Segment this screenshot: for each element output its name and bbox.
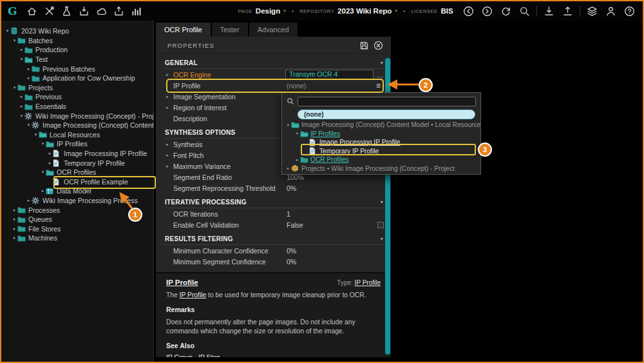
tree-item-image-processing-ip-profile[interactable]: ▸Image Processing IP Profile	[1, 149, 153, 159]
layers-icon[interactable]	[585, 5, 599, 18]
tree-item-test[interactable]: ▾Test	[1, 55, 153, 64]
tree-item-projects[interactable]: ▾Projects	[1, 83, 153, 93]
tree-item-temporary-ip-profile[interactable]: ▸Temporary IP Profile	[1, 158, 153, 168]
expander-collapsed-icon[interactable]: ▸	[166, 105, 173, 110]
expander-collapsed-icon[interactable]: ▸	[47, 151, 53, 156]
checkbox[interactable]	[377, 222, 384, 228]
tab-advanced[interactable]: Advanced	[249, 23, 298, 37]
expander-collapsed-icon[interactable]: ▸	[166, 142, 173, 147]
expander-collapsed-icon[interactable]: ▸	[12, 217, 17, 222]
property-row-ocr-iterations[interactable]: OCR Iterations1	[156, 208, 391, 219]
expander-expanded-icon[interactable]: ▾	[19, 57, 24, 62]
property-row-ip-profile[interactable]: IP Profile(none)≡	[156, 80, 391, 91]
dropdown-item-ocr-profiles[interactable]: ▸OCR Profiles	[282, 155, 480, 164]
section-header-general[interactable]: GENERAL▾	[164, 59, 384, 69]
close-icon[interactable]	[374, 41, 383, 50]
expander-collapsed-icon[interactable]: ▸	[19, 94, 24, 99]
expander-collapsed-icon[interactable]: ▸	[285, 166, 291, 171]
tab-ocr-profile[interactable]: OCR Profile	[156, 23, 211, 37]
expander-expanded-icon[interactable]: ▾	[12, 85, 17, 90]
expander-collapsed-icon[interactable]: ▸	[26, 66, 32, 72]
expander-collapsed-icon[interactable]: ▸	[12, 235, 17, 240]
tree-item-application-for-cow-ownership[interactable]: ▸Application for Cow Ownership	[1, 74, 153, 83]
tree-item-wiki-image-processing-process[interactable]: ▸Wiki Image Processing Process	[1, 196, 153, 206]
expander-collapsed-icon[interactable]: ▸	[26, 198, 32, 203]
download-icon[interactable]	[542, 5, 556, 18]
expander-expanded-icon[interactable]: ▾	[285, 123, 291, 128]
tree-item-essentials[interactable]: ▸Essentials	[1, 102, 153, 112]
expander-collapsed-icon[interactable]: ▸	[12, 208, 17, 213]
expander-expanded-icon[interactable]: ▾	[12, 38, 17, 43]
tree-item-previous-batches[interactable]: ▸Previous Batches	[1, 64, 153, 74]
tree-item-ocr-profile-example[interactable]: OCR Profile Example	[1, 177, 153, 187]
tree-item-data-model[interactable]: ▸Data Model	[1, 186, 153, 196]
expander-collapsed-icon[interactable]: ▸	[47, 161, 53, 166]
expander-collapsed-icon[interactable]: ▸	[166, 164, 173, 169]
forward-icon[interactable]	[480, 5, 494, 18]
chevron-down-icon[interactable]: ▾	[395, 8, 397, 14]
expander-expanded-icon[interactable]: ▾	[5, 28, 10, 34]
tree-item-ocr-profiles[interactable]: ▾OCR Profiles	[1, 168, 153, 177]
expander-expanded-icon[interactable]: ▾	[40, 170, 46, 175]
refresh-icon[interactable]	[499, 5, 513, 18]
cloud-icon[interactable]	[95, 5, 108, 18]
expander-collapsed-icon[interactable]: ▸	[166, 153, 173, 158]
tree-item-machines[interactable]: ▸Machines	[1, 233, 153, 243]
dropdown-item-image-processing-concept-content-model-loc[interactable]: ▾Image Processing (Concept) Content Mode…	[282, 121, 480, 130]
section-header-results-filtering[interactable]: RESULTS FILTERING▾	[164, 235, 384, 245]
ellipsis-button[interactable]: ...	[377, 71, 384, 79]
expander-collapsed-icon[interactable]: ▸	[166, 72, 173, 77]
tree-item-previous[interactable]: ▸Previous	[1, 92, 153, 102]
expander-collapsed-icon[interactable]: ▸	[12, 226, 17, 231]
chevron-down-icon[interactable]: ▾	[283, 8, 286, 14]
tree-item-image-processing-concept-content-m[interactable]: ▾Image Processing (Concept) Content M...	[1, 121, 153, 130]
property-row-minimum-character-confidence[interactable]: Minimum Character Confidence0%	[156, 245, 391, 256]
ip-step-link[interactable]: IP Step	[198, 354, 220, 357]
property-row-segment-reprocessing-threshold[interactable]: Segment Reprocessing Threshold0%	[156, 182, 391, 193]
property-row-enable-cell-validation[interactable]: Enable Cell ValidationFalse	[156, 219, 391, 230]
dropdown-item-temporary-ip-profile[interactable]: Temporary IP Profile	[282, 147, 480, 156]
dropdown-item-image-processing-ip-profile[interactable]: Image Processing IP Profile	[282, 138, 480, 147]
back-icon[interactable]	[462, 5, 475, 18]
expander-collapsed-icon[interactable]: ▸	[26, 75, 32, 81]
ip-profile-link[interactable]: IP Profile	[180, 291, 207, 299]
tree-item-batches[interactable]: ▾Batches	[1, 36, 153, 46]
expander-expanded-icon[interactable]: ▾	[294, 131, 300, 136]
expander-collapsed-icon[interactable]: ▸	[19, 104, 24, 109]
home-icon[interactable]	[25, 5, 39, 18]
expander-collapsed-icon[interactable]: ▸	[19, 47, 24, 52]
tree-item-file-stores[interactable]: ▸File Stores	[1, 224, 153, 233]
type-link[interactable]: IP Profile	[355, 279, 381, 286]
help-icon[interactable]	[623, 5, 636, 18]
property-value[interactable]: (none)	[287, 82, 306, 90]
expander-collapsed-icon[interactable]: ▸	[166, 94, 173, 99]
expander-expanded-icon[interactable]: ▾	[26, 123, 32, 128]
ocr-engine-value[interactable]: Transym OCR 4	[285, 70, 374, 79]
dropdown-item-ip-profiles[interactable]: ▾IP Profiles	[282, 130, 480, 139]
chevron-icon[interactable]: ▾	[381, 236, 383, 242]
upload-icon[interactable]	[561, 5, 574, 18]
expander-collapsed-icon[interactable]: ▸	[40, 188, 46, 193]
section-header-iterative-processing[interactable]: ITERATIVE PROCESSING▾	[164, 198, 384, 208]
chevron-icon[interactable]: ▾	[381, 199, 383, 205]
chevron-icon[interactable]: ▾	[381, 60, 383, 66]
tree-item-production[interactable]: ▸Production	[1, 45, 153, 55]
tree-item-2023-wiki-repo[interactable]: ▾2023 Wiki Repo	[1, 26, 153, 36]
expander-expanded-icon[interactable]: ▾	[19, 113, 24, 119]
expander-expanded-icon[interactable]: ▾	[33, 132, 39, 137]
dropdown-option-none[interactable]: (none)	[298, 110, 475, 119]
page-selector[interactable]: Design	[256, 7, 280, 15]
tools-icon[interactable]	[43, 5, 56, 18]
bar-chart-icon[interactable]	[129, 5, 143, 18]
tab-tester[interactable]: Tester	[212, 23, 248, 37]
property-row-ocr-engine[interactable]: ▸OCR EngineTransym OCR 4...	[156, 69, 391, 80]
ip-group-link[interactable]: IP Group	[166, 354, 193, 357]
search-input[interactable]	[298, 97, 476, 106]
property-row-minimum-segment-confidence[interactable]: Minimum Segment Confidence0%	[156, 256, 391, 267]
tree-item-wiki-image-processing-concept-project[interactable]: ▾Wiki Image Processing (Concept) - Proje…	[1, 111, 153, 121]
repository-selector[interactable]: 2023 Wiki Repo	[337, 7, 392, 15]
dropdown-item-projects-wiki-image-processing-concept-pro[interactable]: ▸Projects • Wiki Image Processing (Conce…	[282, 164, 480, 173]
user-icon[interactable]	[604, 5, 618, 18]
search-icon[interactable]	[518, 5, 531, 18]
import-box-icon[interactable]	[112, 5, 126, 18]
